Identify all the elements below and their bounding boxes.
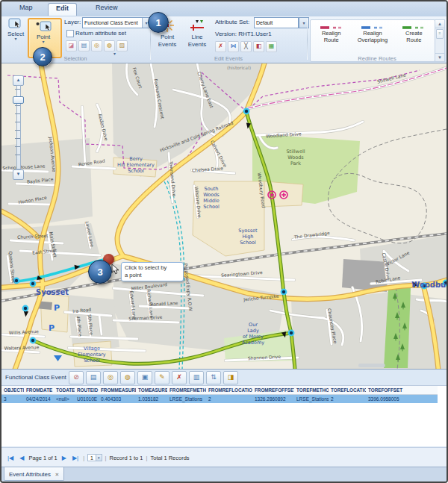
point-select-button[interactable]: Point ▾ — [31, 21, 55, 44]
grid-cell[interactable]: LRSE_Stations — [167, 395, 206, 403]
tooltip-line-2: a point — [125, 272, 180, 279]
map-label: Berry — [129, 156, 143, 162]
close-tab-icon[interactable]: × — [55, 471, 59, 478]
grid-selected-row[interactable]: 304/24/2014<null>U01010E0.4043031.035182… — [1, 395, 445, 403]
merge-event-icon[interactable]: ⋈ — [228, 41, 239, 52]
page-number-value: 1 — [88, 455, 96, 461]
grid-header-cell[interactable]: TOREFLOCATION — [329, 386, 366, 395]
scrollbar-thumb[interactable]: ≡ — [436, 29, 444, 39]
ribbon-tab-strip: Map Edit Review — [1, 1, 447, 17]
map-label: Woods — [203, 192, 220, 198]
zoom-handle[interactable] — [13, 96, 24, 104]
grid-header-cell[interactable]: OBJECTID — [1, 386, 24, 395]
map-label: Middle — [203, 198, 219, 204]
grid-header-cell[interactable]: TOREFOFFSET — [366, 386, 438, 395]
attribute-set-value: Default — [255, 20, 298, 25]
copy-event-icon[interactable]: ▥ — [189, 371, 204, 384]
ribbon: Select ▾ Point ▾ Layer: Functional Class… — [1, 16, 447, 63]
line-events-button[interactable]: Line Events — [184, 18, 210, 48]
map-zoom-slider[interactable]: ▲ ▼ — [12, 75, 24, 178]
return-attribute-set-checkbox[interactable] — [66, 30, 74, 37]
attribute-set-combobox[interactable]: Default — [254, 17, 299, 28]
grid-header-cell[interactable]: FROMREFOFFSET — [252, 386, 294, 395]
map-label: of Mercy — [243, 334, 264, 340]
map-label: School — [84, 358, 100, 364]
clear-selection-icon[interactable]: ⊘ — [69, 371, 84, 384]
page-number-combo[interactable]: 1 ▾ — [87, 454, 102, 461]
pan-to-event-icon[interactable]: ◍ — [120, 371, 135, 384]
delete-event-icon[interactable]: ✗ — [172, 371, 187, 384]
map-viewport[interactable]: SyossetWoodbury(historical)BerryHill Ele… — [1, 63, 447, 370]
save-edits-icon[interactable]: ▣ — [137, 371, 152, 384]
grid-cell[interactable]: U01010E — [75, 395, 99, 403]
prev-page-button[interactable]: ◀ — [18, 454, 25, 462]
panel-toolbar: ⊘▤◎◍▣✎✗▥⇅◨ — [69, 371, 238, 384]
page-number-caret[interactable]: ▾ — [96, 455, 102, 461]
tab-map[interactable]: Map — [12, 3, 40, 15]
tab-edit[interactable]: Edit — [48, 3, 77, 16]
grid-header-cell[interactable]: FROMREFMETHOD — [167, 386, 206, 395]
clear-selected-icon[interactable]: ◪ — [66, 40, 77, 52]
sort-records-icon[interactable]: ⇅ — [206, 371, 221, 384]
trim-event-icon[interactable]: ╳ — [240, 41, 252, 52]
callout-2: 2 — [33, 47, 52, 66]
callout-1: 1 — [148, 12, 169, 33]
zoom-to-event-icon[interactable]: ◎ — [103, 371, 118, 384]
grid-cell[interactable]: 0.404303 — [99, 395, 136, 403]
pager-separator: | — [83, 455, 84, 461]
redline-button-label: Overlapping — [358, 37, 388, 44]
grid-cell[interactable]: <null> — [54, 395, 75, 403]
mouse-cursor-icon — [111, 264, 119, 275]
page-label: Page 1 of 1 — [28, 455, 57, 461]
grid-header-cell[interactable]: ROUTEID — [75, 386, 99, 395]
edit-attributes-icon[interactable]: ✎ — [155, 371, 169, 384]
split-event-icon[interactable]: ✗ — [215, 41, 226, 52]
grid-cell[interactable]: 3396.0958005 — [366, 395, 438, 403]
grid-header-cell[interactable]: TODATE — [54, 386, 75, 395]
grid-cell[interactable]: LRSE_Stations — [294, 395, 329, 403]
next-page-button[interactable]: ▶ — [60, 454, 68, 462]
grid-cell[interactable]: 1326.2860892 — [252, 395, 294, 403]
retire-event-icon[interactable]: ◧ — [253, 41, 264, 52]
reselect-icon[interactable]: ◍ — [104, 40, 115, 52]
switch-table-icon[interactable]: ▤ — [86, 371, 101, 384]
grid-header-cell[interactable]: TOMEASURE — [136, 386, 167, 395]
map-label: School — [128, 168, 144, 174]
event-table-icon[interactable]: ▦ — [266, 41, 277, 52]
group-divider — [307, 19, 308, 60]
grid-header-cell[interactable]: TOREFMETHOD — [294, 386, 329, 395]
grid-cell[interactable]: 2 — [329, 395, 366, 403]
zoom-out-button[interactable]: ▼ — [13, 169, 24, 180]
tab-event-attributes[interactable]: Event Attributes × — [4, 467, 64, 481]
selection-list-icon[interactable]: ▤ — [78, 40, 90, 52]
grid-header-cell[interactable]: FROMDATE — [24, 386, 54, 395]
point-dropdown-caret[interactable]: ▾ — [42, 40, 44, 44]
tab-review[interactable]: Review — [88, 3, 125, 15]
grid-cell[interactable]: 04/24/2014 — [24, 395, 54, 403]
map-label: Park — [290, 161, 301, 166]
select-by-attributes-icon[interactable]: ◎ — [91, 40, 102, 52]
map-tooltip: Click to select by a point — [121, 262, 184, 281]
zoom-in-button[interactable]: ▲ — [13, 75, 24, 86]
selection-options-icon[interactable]: ▨ — [116, 40, 128, 52]
point-events-label-2: Events — [158, 41, 176, 48]
select-button[interactable]: Select ▾ — [4, 18, 27, 41]
map-horizontal-scrollbar-thumb[interactable] — [358, 364, 385, 367]
select-dropdown-caret[interactable]: ▾ — [14, 37, 16, 41]
version-label: Version: RHT1.User1 — [215, 31, 272, 37]
grid-cell[interactable]: 1.035182 — [136, 395, 167, 403]
map-label: (historical) — [227, 65, 251, 70]
event-attributes-panel: Functional Class Event ⊘▤◎◍▣✎✗▥⇅◨ OBJECT… — [1, 369, 447, 467]
grid-cell[interactable]: 3 — [1, 395, 24, 403]
panel-title: Functional Class Event — [5, 374, 66, 381]
last-page-button[interactable]: ▶| — [71, 454, 80, 462]
grid-header-cell[interactable]: FROMREFLOCATION — [206, 386, 252, 395]
scroll-up-icon[interactable]: ▲ — [435, 20, 444, 28]
grid-header-cell[interactable]: FROMMEASURE — [99, 386, 136, 395]
attribute-set-icon[interactable]: ◨ — [223, 371, 238, 384]
map-canvas[interactable]: SyossetWoodbury(historical)BerryHill Ele… — [1, 63, 447, 370]
first-page-button[interactable]: |◀ — [6, 454, 15, 462]
layer-combobox[interactable]: Functional Class Event ▾ — [82, 17, 151, 28]
grid-cell[interactable]: 2 — [206, 395, 252, 403]
bottom-tab-bar: Event Attributes × — [1, 467, 447, 482]
